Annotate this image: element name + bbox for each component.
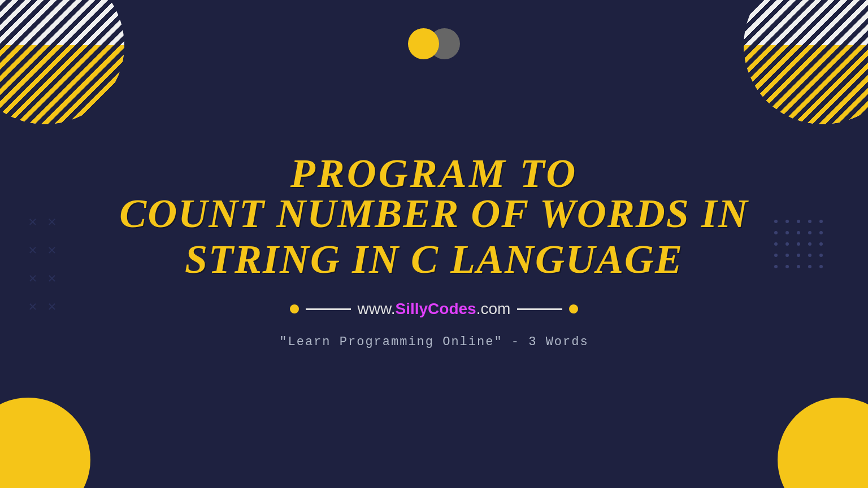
url-line-left [306,308,351,310]
dot [785,242,789,246]
dot [797,220,800,223]
url-suffix: .com [476,300,511,317]
url-display: www.SillyCodes.com [358,300,511,318]
corner-decoration-bottom-left [0,398,90,488]
dot [808,242,811,246]
dot [797,231,800,234]
main-container: × × × × × × × × [0,0,868,488]
x-mark-4: × [47,241,57,259]
dot [819,220,823,223]
x-mark-7: × [28,298,37,316]
title-line-3: STRING IN C LANGUAGE [185,236,683,283]
dot [819,231,823,234]
url-dot-left [290,304,299,313]
main-content: PROGRAM TO COUNT NUMBER OF WORDS IN STRI… [119,150,749,349]
dot [785,231,789,234]
dot [785,265,789,268]
x-mark-1: × [28,213,37,231]
corner-decoration-top-right [744,0,868,124]
title-line-2: COUNT NUMBER OF WORDS IN [119,191,749,236]
x-mark-5: × [28,269,37,287]
url-bar: www.SillyCodes.com [290,300,579,318]
dot [774,242,778,246]
dot [774,254,778,257]
title-line-1: PROGRAM TO [290,150,578,197]
dot [808,254,811,257]
x-mark-3: × [28,241,37,259]
url-dot-right [569,304,578,313]
corner-decoration-bottom-right [778,398,868,488]
logo-circle-gold [408,28,439,59]
x-mark-8: × [47,298,57,316]
dot [785,254,789,257]
dot [808,220,811,223]
dot [808,231,811,234]
dot [797,254,800,257]
dot [797,242,800,246]
url-line-right [517,308,562,310]
dot [819,242,823,246]
dot [785,220,789,223]
url-prefix: www. [358,300,396,317]
dot [774,220,778,223]
dot [774,231,778,234]
dot [808,265,811,268]
logo-circles [408,28,460,59]
dots-decoration [774,220,823,268]
dot [819,254,823,257]
x-marks-decoration: × × × × × × × × [28,213,57,316]
x-mark-6: × [47,269,57,287]
dot [797,265,800,268]
tagline: "Learn Programming Online" - 3 Words [279,335,588,349]
url-brand: SillyCodes [396,300,476,317]
dot [774,265,778,268]
corner-decoration-top-left [0,0,124,124]
dot [819,265,823,268]
x-mark-2: × [47,213,57,231]
